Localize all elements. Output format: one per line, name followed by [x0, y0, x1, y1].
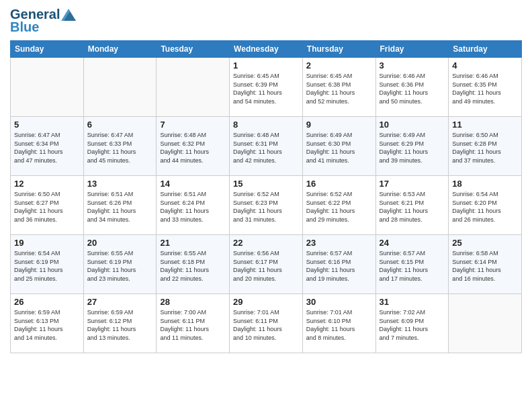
day-number: 1 [233, 60, 299, 71]
weekday-header-tuesday: Tuesday [157, 41, 230, 58]
calendar-cell: 11Sunrise: 6:50 AM Sunset: 6:28 PM Dayli… [449, 117, 522, 176]
logo-icon [61, 9, 76, 21]
day-info: Sunrise: 6:51 AM Sunset: 6:24 PM Dayligh… [160, 190, 226, 224]
header: General Blue [10, 7, 522, 35]
day-info: Sunrise: 6:53 AM Sunset: 6:21 PM Dayligh… [380, 190, 445, 224]
day-number: 23 [306, 238, 372, 248]
weekday-header-saturday: Saturday [449, 41, 522, 58]
day-number: 14 [160, 179, 226, 189]
day-number: 19 [14, 238, 80, 248]
calendar-cell: 4Sunrise: 6:46 AM Sunset: 6:35 PM Daylig… [449, 58, 522, 117]
calendar-cell: 29Sunrise: 7:01 AM Sunset: 6:11 PM Dayli… [230, 294, 303, 353]
day-number: 15 [233, 179, 299, 189]
calendar-cell: 3Sunrise: 6:46 AM Sunset: 6:36 PM Daylig… [375, 58, 449, 117]
calendar-cell: 26Sunrise: 6:59 AM Sunset: 6:13 PM Dayli… [11, 294, 84, 353]
page-container: General Blue SundayMondayTuesdayWednesda… [0, 0, 532, 357]
day-info: Sunrise: 6:55 AM Sunset: 6:19 PM Dayligh… [87, 249, 153, 283]
weekday-header-monday: Monday [83, 41, 157, 58]
day-info: Sunrise: 6:52 AM Sunset: 6:23 PM Dayligh… [233, 190, 299, 224]
day-number: 21 [160, 238, 226, 248]
weekday-header-sunday: Sunday [11, 41, 84, 58]
calendar-cell: 30Sunrise: 7:01 AM Sunset: 6:10 PM Dayli… [302, 294, 375, 353]
day-number: 22 [233, 238, 299, 248]
day-info: Sunrise: 6:45 AM Sunset: 6:38 PM Dayligh… [306, 72, 372, 105]
calendar-cell: 19Sunrise: 6:54 AM Sunset: 6:19 PM Dayli… [11, 235, 84, 294]
day-info: Sunrise: 6:55 AM Sunset: 6:18 PM Dayligh… [160, 249, 226, 283]
calendar-cell [11, 58, 84, 117]
calendar-cell [449, 294, 522, 353]
calendar-cell: 15Sunrise: 6:52 AM Sunset: 6:23 PM Dayli… [230, 176, 303, 235]
calendar-cell: 31Sunrise: 7:02 AM Sunset: 6:09 PM Dayli… [375, 294, 449, 353]
calendar-cell [157, 58, 230, 117]
day-info: Sunrise: 6:46 AM Sunset: 6:35 PM Dayligh… [452, 72, 518, 105]
day-info: Sunrise: 6:51 AM Sunset: 6:26 PM Dayligh… [87, 190, 153, 224]
day-info: Sunrise: 7:01 AM Sunset: 6:11 PM Dayligh… [233, 308, 299, 342]
day-info: Sunrise: 6:49 AM Sunset: 6:29 PM Dayligh… [380, 131, 445, 165]
day-number: 6 [87, 120, 153, 130]
calendar-week-3: 12Sunrise: 6:50 AM Sunset: 6:27 PM Dayli… [11, 176, 522, 235]
day-number: 24 [380, 238, 445, 248]
calendar-cell: 25Sunrise: 6:58 AM Sunset: 6:14 PM Dayli… [449, 235, 522, 294]
day-number: 29 [233, 297, 299, 307]
weekday-header-thursday: Thursday [302, 41, 375, 58]
calendar-cell: 24Sunrise: 6:57 AM Sunset: 6:15 PM Dayli… [375, 235, 449, 294]
calendar-cell: 10Sunrise: 6:49 AM Sunset: 6:29 PM Dayli… [375, 117, 449, 176]
weekday-header-friday: Friday [375, 41, 449, 58]
calendar-cell: 17Sunrise: 6:53 AM Sunset: 6:21 PM Dayli… [375, 176, 449, 235]
day-info: Sunrise: 7:01 AM Sunset: 6:10 PM Dayligh… [306, 308, 372, 342]
day-info: Sunrise: 6:54 AM Sunset: 6:20 PM Dayligh… [452, 190, 518, 224]
calendar-week-4: 19Sunrise: 6:54 AM Sunset: 6:19 PM Dayli… [11, 235, 522, 294]
day-info: Sunrise: 6:45 AM Sunset: 6:39 PM Dayligh… [233, 72, 299, 105]
day-number: 26 [14, 297, 80, 307]
weekday-header-wednesday: Wednesday [230, 41, 303, 58]
calendar-cell: 27Sunrise: 6:59 AM Sunset: 6:12 PM Dayli… [83, 294, 157, 353]
day-info: Sunrise: 6:50 AM Sunset: 6:27 PM Dayligh… [14, 190, 80, 224]
calendar-cell: 5Sunrise: 6:47 AM Sunset: 6:34 PM Daylig… [11, 117, 84, 176]
calendar-week-2: 5Sunrise: 6:47 AM Sunset: 6:34 PM Daylig… [11, 117, 522, 176]
day-number: 12 [14, 179, 80, 189]
day-info: Sunrise: 6:54 AM Sunset: 6:19 PM Dayligh… [14, 249, 80, 283]
day-info: Sunrise: 6:49 AM Sunset: 6:30 PM Dayligh… [306, 131, 372, 165]
weekday-header-row: SundayMondayTuesdayWednesdayThursdayFrid… [11, 41, 522, 58]
day-number: 17 [380, 179, 445, 189]
day-number: 18 [452, 179, 518, 189]
day-number: 13 [87, 179, 153, 189]
day-number: 11 [452, 120, 518, 130]
calendar-cell: 6Sunrise: 6:47 AM Sunset: 6:33 PM Daylig… [83, 117, 157, 176]
calendar-cell: 23Sunrise: 6:57 AM Sunset: 6:16 PM Dayli… [302, 235, 375, 294]
calendar-table: SundayMondayTuesdayWednesdayThursdayFrid… [10, 40, 522, 353]
day-info: Sunrise: 6:56 AM Sunset: 6:17 PM Dayligh… [233, 249, 299, 283]
calendar-cell: 2Sunrise: 6:45 AM Sunset: 6:38 PM Daylig… [302, 58, 375, 117]
day-info: Sunrise: 6:57 AM Sunset: 6:16 PM Dayligh… [306, 249, 372, 283]
day-number: 8 [233, 120, 299, 130]
calendar-cell [83, 58, 157, 117]
calendar-cell: 8Sunrise: 6:48 AM Sunset: 6:31 PM Daylig… [230, 117, 303, 176]
day-number: 27 [87, 297, 153, 307]
day-number: 31 [380, 297, 445, 307]
calendar-cell: 18Sunrise: 6:54 AM Sunset: 6:20 PM Dayli… [449, 176, 522, 235]
day-number: 2 [306, 60, 372, 71]
day-info: Sunrise: 6:48 AM Sunset: 6:32 PM Dayligh… [160, 131, 226, 165]
day-number: 10 [380, 120, 445, 130]
day-number: 25 [452, 238, 518, 248]
day-info: Sunrise: 6:59 AM Sunset: 6:13 PM Dayligh… [14, 308, 80, 342]
calendar-week-5: 26Sunrise: 6:59 AM Sunset: 6:13 PM Dayli… [11, 294, 522, 353]
day-info: Sunrise: 7:02 AM Sunset: 6:09 PM Dayligh… [380, 308, 445, 342]
day-info: Sunrise: 6:47 AM Sunset: 6:33 PM Dayligh… [87, 131, 153, 165]
day-info: Sunrise: 6:50 AM Sunset: 6:28 PM Dayligh… [452, 131, 518, 165]
day-number: 20 [87, 238, 153, 248]
calendar-cell: 1Sunrise: 6:45 AM Sunset: 6:39 PM Daylig… [230, 58, 303, 117]
day-number: 16 [306, 179, 372, 189]
day-info: Sunrise: 6:59 AM Sunset: 6:12 PM Dayligh… [87, 308, 153, 342]
calendar-cell: 14Sunrise: 6:51 AM Sunset: 6:24 PM Dayli… [157, 176, 230, 235]
day-number: 4 [452, 60, 518, 71]
day-number: 30 [306, 297, 372, 307]
day-number: 3 [380, 60, 445, 71]
day-number: 9 [306, 120, 372, 130]
day-info: Sunrise: 7:00 AM Sunset: 6:11 PM Dayligh… [160, 308, 226, 342]
day-info: Sunrise: 6:58 AM Sunset: 6:14 PM Dayligh… [452, 249, 518, 283]
calendar-cell: 28Sunrise: 7:00 AM Sunset: 6:11 PM Dayli… [157, 294, 230, 353]
calendar-cell: 20Sunrise: 6:55 AM Sunset: 6:19 PM Dayli… [83, 235, 157, 294]
day-info: Sunrise: 6:47 AM Sunset: 6:34 PM Dayligh… [14, 131, 80, 165]
logo: General Blue [10, 7, 76, 35]
